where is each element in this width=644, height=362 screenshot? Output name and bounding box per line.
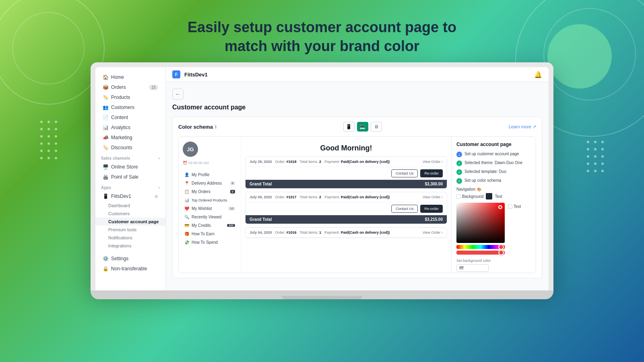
order-card-3: July 04, 2020 Order: #1016 Total Items: … [245,227,447,238]
order-actions-2: Contact Us Re-order [246,202,447,215]
color-schema-panel: Color schema ℹ 📱 💻 🖥 Learn more ↗ [172,117,542,278]
step-2: ✓ Selected theme: Dawn-Duo One [456,160,531,166]
nav-my-credits[interactable]: 💳My Credits 888 [183,221,237,230]
nav-my-profile[interactable]: 👤My Profile [183,171,237,179]
nav-delivery-address[interactable]: 📍Delivery Address 8 [183,179,237,187]
marketing-icon: 📣 [103,135,108,140]
color-picker[interactable]: Text [456,203,531,255]
order-header-1: July 28, 2020 Order: #1018 Total Items: … [246,157,447,167]
color-gradient[interactable] [456,203,505,243]
text-checkbox[interactable] [508,204,512,209]
alpha-handle[interactable] [498,250,504,255]
sidebar-item-customers[interactable]: 👥 Customers [97,103,164,112]
sidebar-item-online-store[interactable]: 🖥️ Online Store [97,162,164,172]
sidebar-sub-customers[interactable]: Customers [95,210,165,218]
text-color-swatch [486,193,492,200]
view-order-link-3[interactable]: View Order › [423,230,443,234]
alpha-bar[interactable] [456,251,505,255]
analytics-icon: 📊 [103,125,108,130]
laptop-screen: 🏠 Home 📦 Orders 15 🏷️ Products 👥 Custome… [91,62,553,290]
view-order-link-2[interactable]: View Order › [423,195,443,199]
step-3: ✓ Selected template: Duo [456,169,531,175]
order-header-2: July 09, 2020 Order: #1017 Total Items: … [246,192,447,202]
preview-container: JG ⏰ 03:00:00 AM 👤My Profile [178,136,536,273]
step-icon-2: ✓ [456,160,462,166]
background-checkbox[interactable] [456,194,461,199]
laptop-wrapper: 🏠 Home 📦 Orders 15 🏷️ Products 👥 Custome… [91,62,553,299]
nav-how-to-spend[interactable]: 💸How To Spend [183,238,237,247]
sidebar-item-marketing[interactable]: 📣 Marketing [97,133,164,142]
step-icon-4: ✓ [456,178,462,184]
navigation-row: Navigation 🎨 [456,187,531,191]
nav-wishlist[interactable]: ❤️My Wishlist 10 [183,204,237,213]
text-color-option[interactable]: Text [508,204,521,209]
reorder-btn-1[interactable]: Re-order [420,169,443,177]
mobile-device-btn[interactable]: 📱 [343,122,355,132]
headline-text: Easily setup customer account page to ma… [0,18,644,56]
info-icon: ℹ [215,125,217,129]
hex-input[interactable] [456,264,489,272]
order-card-2: July 09, 2020 Order: #1017 Total Items: … [245,192,447,224]
sidebar-item-pos[interactable]: 🖨️ Point of Sale [97,172,164,182]
sidebar-item-home[interactable]: 🏠 Home [97,72,164,82]
sidebar-item-non-transferable[interactable]: 🔒 Non-transferable [97,264,164,274]
topbar-title: FiitsDev1 [184,72,208,78]
order-total-1: Grand Total $3,300.00 [246,180,447,188]
dots-right [587,141,604,172]
sidebar-item-app[interactable]: 📱 FiitsDev1 ⚙ [97,191,164,201]
nav-my-orders[interactable]: 📋My Orders 8 [183,187,237,196]
discounts-icon: 🏷️ [103,145,108,150]
nav-recently-viewed[interactable]: 🔍Recently Viewed [183,213,237,221]
step-1: 1 Set up customer account page [456,151,531,157]
sidebar-item-settings[interactable]: ⚙️ Settings [97,254,164,263]
color-schema-header: Color schema ℹ 📱 💻 🖥 Learn more ↗ [178,122,536,132]
back-button[interactable]: ← [172,88,184,100]
right-panel-title: Customer account page [456,142,531,147]
sidebar-sub-customer-account[interactable]: Customer account page [95,218,165,226]
color-schema-title: Color schema ℹ [178,124,217,130]
set-bg-color-label: Set background color [456,259,531,263]
content-icon: 📄 [103,115,108,120]
tablet-device-btn[interactable]: 💻 [357,122,368,132]
reorder-btn-2[interactable]: Re-order [420,205,443,213]
color-options: Background Text [456,193,531,200]
preview-main: Good Morning! July 28, 2020 Order: #1018… [241,137,451,273]
sidebar-sub-premium-tools[interactable]: Premium tools [95,226,165,234]
sidebar-sub-notifications[interactable]: Notifications [95,234,165,242]
sidebar-item-discounts[interactable]: 🏷️ Discounts [97,143,164,152]
hue-handle[interactable] [498,244,504,250]
background-color-option[interactable]: Background [456,194,483,199]
page-title: Customer account page [172,104,542,111]
dots-left [40,121,57,159]
sidebar-sub-integrations[interactable]: Integrations [95,242,165,250]
sidebar: 🏠 Home 📦 Orders 15 🏷️ Products 👥 Custome… [95,67,166,290]
topbar: F FiitsDev1 🔔 [166,67,549,82]
nav-top-ordered[interactable]: 📊Top Ordered Products [183,196,237,204]
orders-badge: 15 [149,85,158,90]
desktop-device-btn[interactable]: 🖥 [371,122,382,132]
step-icon-3: ✓ [456,169,462,175]
nav-how-to-earn[interactable]: 🎁How To Earn [183,230,237,238]
pos-icon: 🖨️ [103,174,108,180]
sidebar-sub-dashboard[interactable]: Dashboard [95,202,165,210]
sales-channels-label: Sales channels › [95,153,165,162]
preview-left: JG ⏰ 03:00:00 AM 👤My Profile [179,137,241,273]
contact-btn-1[interactable]: Contact Us [391,169,418,177]
sidebar-item-analytics[interactable]: 📊 Analytics [97,123,164,132]
color-picker-handle[interactable] [498,205,502,209]
order-total-2: Grand Total $3,215.00 [246,215,447,224]
learn-more-link[interactable]: Learn more ↗ [509,124,536,130]
hue-bar[interactable] [456,245,505,249]
bell-icon[interactable]: 🔔 [534,71,542,78]
view-order-link-1[interactable]: View Order › [423,160,443,164]
order-header-3: July 04, 2020 Order: #1016 Total Items: … [246,228,447,238]
products-icon: 🏷️ [103,95,108,100]
sidebar-item-orders[interactable]: 📦 Orders 15 [97,82,164,92]
order-card-1: July 28, 2020 Order: #1018 Total Items: … [245,156,447,189]
right-panel: Customer account page 1 Set up customer … [451,137,536,273]
contact-btn-2[interactable]: Contact Us [391,205,418,213]
sidebar-item-content[interactable]: 📄 Content [97,113,164,122]
app-icon: 📱 [103,193,108,199]
sidebar-item-products[interactable]: 🏷️ Products [97,93,164,102]
headline-area: Easily setup customer account page to ma… [0,0,644,56]
